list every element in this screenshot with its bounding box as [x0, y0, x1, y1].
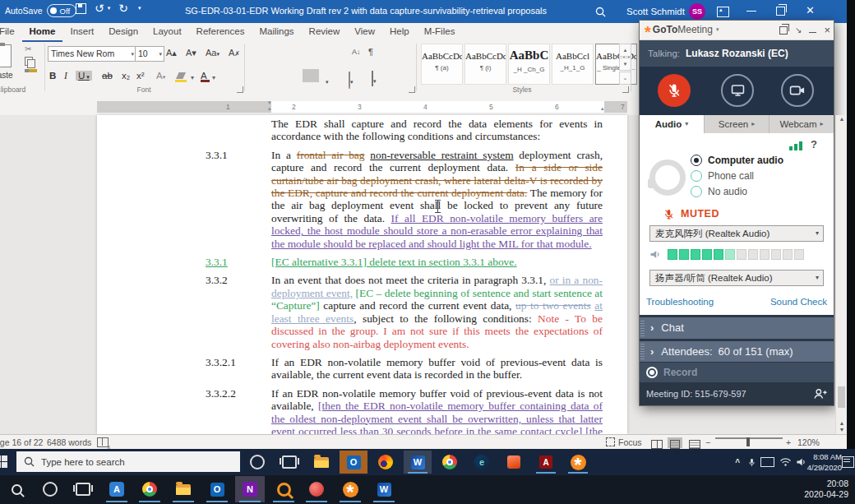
strikethrough-icon[interactable]: ab	[102, 71, 113, 81]
sort-icon[interactable]: A↓	[352, 48, 361, 56]
mute-button[interactable]	[658, 74, 691, 107]
autosave-toggle[interactable]: AutoSave Off	[5, 4, 76, 17]
remote-clock[interactable]: 8:08 AM 4/29/2020	[807, 451, 842, 473]
volume-icon[interactable]	[796, 449, 807, 475]
task-view-icon[interactable]	[68, 476, 98, 502]
sogou-search-icon[interactable]	[269, 476, 298, 502]
speaker-device-select[interactable]: 扬声器/听筒 (Realtek Audio)▾	[649, 270, 824, 286]
paragraph[interactable]: The EDR shall capture and record the dat…	[97, 118, 627, 143]
print-layout-button[interactable]	[668, 437, 682, 448]
avatar[interactable]: SS	[689, 3, 705, 20]
file-explorer-icon[interactable]	[307, 451, 335, 474]
radio-no-audio[interactable]: No audio	[691, 184, 783, 200]
radio-phone-call[interactable]: Phone call	[691, 169, 783, 184]
word-icon[interactable]	[404, 451, 432, 474]
undo-dropdown-icon[interactable]: ▾	[108, 5, 111, 12]
web-layout-button[interactable]	[687, 437, 702, 448]
outlook-icon[interactable]	[340, 451, 367, 474]
gtm-popout-icon[interactable]	[779, 26, 788, 35]
cortana-icon[interactable]	[243, 451, 271, 474]
hidden-icons-chevron[interactable]: ^	[735, 449, 740, 475]
superscript-icon[interactable]: x²	[136, 71, 145, 81]
copy-icon[interactable]	[25, 57, 33, 66]
firefox-icon[interactable]	[372, 451, 400, 474]
task-view-icon[interactable]	[275, 451, 303, 474]
tab-home[interactable]: Home	[22, 23, 63, 42]
shrink-font-icon[interactable]: A▾	[186, 48, 196, 58]
italic-icon[interactable]: I	[64, 71, 67, 81]
zoom-out-button[interactable]: −	[705, 437, 710, 447]
zoom-slider-thumb[interactable]	[746, 437, 750, 446]
red-app-icon[interactable]	[302, 476, 331, 502]
customize-qat-icon[interactable]: ▾	[138, 5, 141, 12]
scroll-down-icons[interactable]: ▲▼	[836, 420, 848, 433]
scrollbar-thumb[interactable]	[838, 386, 845, 408]
style-chip[interactable]: AaBbCcDd¶ (a)	[421, 44, 463, 85]
gtm-close-icon[interactable]: ×	[824, 25, 830, 35]
paragraph[interactable]: 3.3.1[EC alternative 3.3.1] delete text …	[97, 256, 627, 268]
tab-references[interactable]: References	[189, 23, 252, 40]
file-explorer-icon[interactable]	[169, 476, 198, 502]
search-icon[interactable]	[595, 6, 606, 21]
proofing-status-icon[interactable]	[97, 437, 109, 447]
webcam-button[interactable]	[781, 74, 814, 107]
restore-button[interactable]	[776, 7, 785, 16]
paragraph[interactable]: 3.3.2In an event that does not meet the …	[97, 274, 627, 349]
close-button[interactable]: ✕	[806, 4, 815, 16]
gtm-header[interactable]: * GoToMeeting ▾ ↘ ×	[640, 21, 834, 40]
share-screen-button[interactable]	[721, 74, 754, 107]
highlight-color-icon[interactable]	[176, 72, 186, 79]
styles-dialog-launcher-icon[interactable]	[622, 86, 629, 93]
subscript-icon[interactable]: x₂	[122, 71, 130, 81]
underline-icon[interactable]: U ▾	[76, 71, 92, 81]
tab-layout[interactable]: Layout	[146, 23, 189, 40]
vertical-scrollbar[interactable]: ▲ ▲▼	[835, 115, 848, 434]
document-page[interactable]: The EDR shall capture and record the dat…	[97, 115, 627, 434]
help-icon[interactable]: ?	[811, 138, 817, 150]
tab-file[interactable]: File	[0, 23, 22, 40]
wifi-icon[interactable]	[779, 449, 792, 475]
tab-help[interactable]: Help	[382, 23, 417, 40]
highlight-dropdown-icon[interactable]: ▾	[191, 74, 194, 81]
sound-check-link[interactable]: Sound Check	[770, 297, 827, 307]
tab-mailings[interactable]: Mailings	[252, 23, 301, 40]
gtm-minimize-icon[interactable]	[809, 32, 816, 33]
right-indent-marker[interactable]: ▴	[601, 105, 604, 112]
borders-icon[interactable]: ▾	[372, 72, 377, 86]
gtm-shrink-icon[interactable]: ↘	[795, 25, 802, 35]
record-bar[interactable]: Record	[640, 362, 834, 382]
microphone-tray-icon[interactable]	[747, 449, 756, 475]
style-chip[interactable]: AaBbCcDd¶ (i)	[464, 44, 506, 85]
outlook-icon[interactable]	[202, 476, 232, 502]
attendees-section-header[interactable]: › Attendees: 60 of 151 (max)	[640, 339, 834, 363]
microphone-device-select[interactable]: 麦克风阵列 (Realtek Audio)▾	[649, 225, 824, 242]
clear-formatting-icon[interactable]: A✗	[229, 48, 240, 58]
change-case-icon[interactable]: Aa▾	[206, 48, 220, 58]
line-spacing-icon[interactable]: ▾	[326, 72, 329, 87]
tab-insert[interactable]: Insert	[62, 23, 101, 40]
paragraph[interactable]: 3.3.1In a frontal air bag non-reversable…	[97, 149, 627, 250]
search-icon[interactable]	[2, 476, 31, 502]
local-clock[interactable]: 20:08 2020-04-29	[804, 479, 848, 500]
acrobat-icon[interactable]	[532, 451, 560, 474]
onenote-icon[interactable]	[235, 476, 265, 502]
read-mode-button[interactable]	[649, 437, 664, 448]
dictionary-app-icon[interactable]	[102, 476, 132, 502]
chat-section-header[interactable]: › Chat	[640, 315, 834, 339]
redo-icon[interactable]: ↻	[118, 2, 128, 14]
gotomeeting-icon[interactable]	[335, 476, 365, 502]
invite-people-icon[interactable]	[813, 388, 827, 400]
bold-icon[interactable]: B	[49, 71, 56, 81]
hanging-indent-marker[interactable]: ▴	[268, 105, 271, 112]
word-icon[interactable]	[369, 476, 399, 502]
paste-icon[interactable]	[0, 44, 12, 67]
save-icon[interactable]	[76, 3, 86, 14]
undo-icon[interactable]: ↺	[95, 2, 104, 14]
paragraph-dialog-launcher-icon[interactable]	[409, 86, 415, 93]
user-name[interactable]: Scott Schmidt	[626, 7, 685, 16]
office-icon[interactable]	[500, 451, 528, 474]
paragraph[interactable]: 3.3.2.1If an EDR non-volatile memory buf…	[97, 356, 627, 381]
tab-view[interactable]: View	[347, 23, 382, 40]
zoom-level[interactable]: 120%	[797, 437, 820, 447]
style-chip[interactable]: AaBbC_H _Ch_G	[508, 44, 550, 85]
